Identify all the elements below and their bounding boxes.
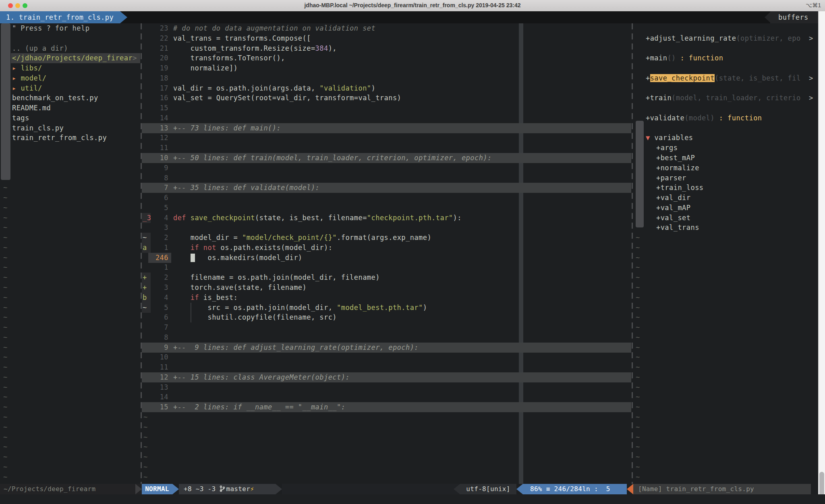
code-line[interactable]: ~5 src = os.path.join(model_dir, "model_…	[142, 303, 631, 313]
line-number: 5	[149, 203, 168, 213]
code-line[interactable]: 19 normalize])	[142, 63, 631, 73]
nerdtree-item[interactable]: tags	[0, 113, 140, 123]
scrollbar-track[interactable]	[818, 11, 825, 504]
code-line[interactable]: b4 if is_best:	[142, 293, 631, 303]
empty-line-tilde: ~	[633, 333, 811, 343]
empty-line-tilde: ~	[633, 432, 811, 442]
tab-current-buffer[interactable]: 1. train_retr_from_cls.py	[0, 11, 120, 23]
code-text: # do not do data augmentation on validat…	[173, 23, 375, 33]
command-line[interactable]	[0, 494, 825, 504]
code-line[interactable]: +3 torch.save(state, filename)	[142, 283, 631, 293]
fold-line[interactable]: 10+-- 50 lines: def train(model, train_l…	[142, 153, 631, 163]
nerdtree-item[interactable]: train_retr_from_cls.py	[0, 133, 140, 143]
tag-text: +adjust_learning_rate	[646, 34, 736, 42]
line-number: 10	[149, 352, 168, 362]
fold-line[interactable]: 7+-- 35 lines: def validate(model):	[142, 183, 631, 193]
code-line[interactable]: 3	[142, 223, 631, 233]
tagbar-tag[interactable]: +normalize	[633, 163, 811, 173]
powerline-arrow-icon	[627, 484, 633, 494]
empty-line-tilde: ~	[633, 412, 811, 422]
empty-line-tilde: ~	[633, 312, 811, 322]
code-line[interactable]: 246 os.makedirs(model_dir)	[142, 253, 631, 263]
nerdtree-item[interactable]: train_cls.py	[0, 123, 140, 133]
tagbar-tag[interactable]: +val_dir	[633, 193, 811, 203]
code-line[interactable]: 8	[142, 173, 631, 183]
code-line[interactable]: 9	[142, 163, 631, 173]
code-line[interactable]: +2 filename = os.path.join(model_dir, fi…	[142, 273, 631, 283]
tagbar-tag[interactable]: +args	[633, 143, 811, 153]
tagbar-tag[interactable]: +validate(model) : function	[633, 113, 811, 123]
folder-arrow-icon[interactable]: ▸	[12, 74, 21, 82]
code-editor[interactable]: 23# do not do data augmentation on valid…	[142, 23, 631, 484]
code-line[interactable]: 18	[142, 73, 631, 83]
nerdtree-item[interactable]: ▸ libs/	[0, 63, 140, 73]
code-line[interactable]: 7	[142, 322, 631, 333]
nerdtree-item[interactable]: README.md	[0, 103, 140, 113]
code-line[interactable]: 12	[142, 133, 631, 143]
code-line[interactable]: 16val_set = QuerySet(root=val_dir, trans…	[142, 93, 631, 103]
nerdtree-item[interactable]: ▸ util/	[0, 83, 140, 93]
window-separator-right[interactable]	[632, 23, 633, 484]
code-line[interactable]: 6	[142, 193, 631, 203]
code-line[interactable]: 11	[142, 143, 631, 153]
fold-line[interactable]: 15+-- 2 lines: if __name__ == "__main__"…	[142, 402, 631, 412]
tagbar-tag[interactable]: +train_loss	[633, 183, 811, 193]
empty-line-tilde: ~	[633, 343, 811, 353]
tagbar-tag[interactable]: +val_trans	[633, 223, 811, 233]
tag-text: +val_dir	[656, 194, 690, 202]
nerdtree-item[interactable]: " Press ? for help	[0, 23, 140, 33]
fold-line[interactable]: 13+-- 73 lines: def main():	[142, 123, 631, 133]
code-line[interactable]: 11	[142, 362, 631, 372]
code-line[interactable]: 6 shutil.copyfile(filename, src)	[142, 312, 631, 322]
code-line[interactable]: 1	[142, 262, 631, 273]
code-line[interactable]: 14	[142, 392, 631, 402]
code-line[interactable]: 8	[142, 333, 631, 343]
nerdtree-item[interactable]: ▸ model/	[0, 73, 140, 83]
code-line[interactable]: 23# do not do data augmentation on valid…	[142, 23, 631, 33]
statusline-file-segment: train_retr_from_cls.py python	[282, 484, 460, 494]
tagbar-tag[interactable]: +main() : function	[633, 53, 811, 63]
tagbar-tag[interactable]: +val_mAP	[633, 203, 811, 213]
nerdtree-item[interactable]: .. (up a dir)	[0, 43, 140, 54]
tagbar-scrollbar-thumb[interactable]	[636, 121, 644, 227]
nerdtree-item[interactable]: </jdhao/Projects/deep_firear>	[0, 53, 140, 63]
code-line[interactable]: ~2 model_dir = "model/check_point/{}".fo…	[142, 233, 631, 243]
nerdtree-scrollbar-thumb[interactable]	[1, 23, 10, 180]
folder-arrow-icon[interactable]: ▸	[12, 84, 21, 92]
code-line[interactable]: 15	[142, 103, 631, 113]
code-line[interactable]: 10	[142, 352, 631, 362]
git-hunks: +8 ~3 -3	[184, 485, 216, 493]
code-line[interactable]: 13	[142, 382, 631, 392]
code-line[interactable]: 21 custom_transform.Resize(size=384),	[142, 43, 631, 54]
line-number: 4	[149, 213, 168, 223]
line-number: 3	[149, 223, 168, 233]
fold-line[interactable]: 9+-- 9 lines: def adjust_learning_rate(o…	[142, 343, 631, 353]
tagbar-tag[interactable]: +val_set	[633, 213, 811, 223]
tagbar-tag[interactable]: +parser	[633, 173, 811, 183]
line-number: 5	[149, 303, 168, 313]
empty-line-tilde: ~	[0, 472, 140, 482]
folder-arrow-icon[interactable]: ▸	[12, 64, 21, 72]
code-line[interactable]: a1 if not os.path.exists(model_dir):	[142, 243, 631, 253]
code-line[interactable]: 20 transforms.ToTensor(),	[142, 53, 631, 63]
code-line[interactable]: 22val_trans = transforms.Compose([	[142, 33, 631, 43]
empty-line-tilde: ~	[633, 402, 811, 412]
code-line[interactable]: 17val_dir = os.path.join(args.data, "val…	[142, 83, 631, 93]
tagbar-tag[interactable]: +best_mAP	[633, 153, 811, 163]
line-number: 15	[149, 103, 168, 113]
nerdtree-item[interactable]: benchmark_on_test.py	[0, 93, 140, 103]
tagbar-kind-header[interactable]: ▼ variables	[633, 133, 811, 143]
line-number: 1	[149, 262, 168, 273]
code-line[interactable]: 14	[142, 113, 631, 123]
empty-line-tilde: ~	[0, 352, 140, 362]
tag-text: (optimizer, epo	[736, 34, 800, 42]
fold-line[interactable]: 12+-- 15 lines: class AverageMeter(objec…	[142, 372, 631, 382]
code-line[interactable]: 5	[142, 203, 631, 213]
tagbar-tag[interactable]: +adjust_learning_rate(optimizer, epo>	[633, 33, 811, 43]
code-line[interactable]: _34def save_checkpoint(state, is_best, f…	[142, 213, 631, 223]
tagbar-tag[interactable]: +train(model, train_loader, criterio>	[633, 93, 811, 103]
statusline: ~/Projects/deep_firearm NORMAL +8 ~3 -3m…	[0, 484, 825, 494]
tag-text: +normalize	[656, 164, 699, 172]
tagbar-tag[interactable]: +save_checkpoint(state, is_best, fil>	[633, 73, 811, 83]
line-number: 13	[149, 123, 168, 133]
